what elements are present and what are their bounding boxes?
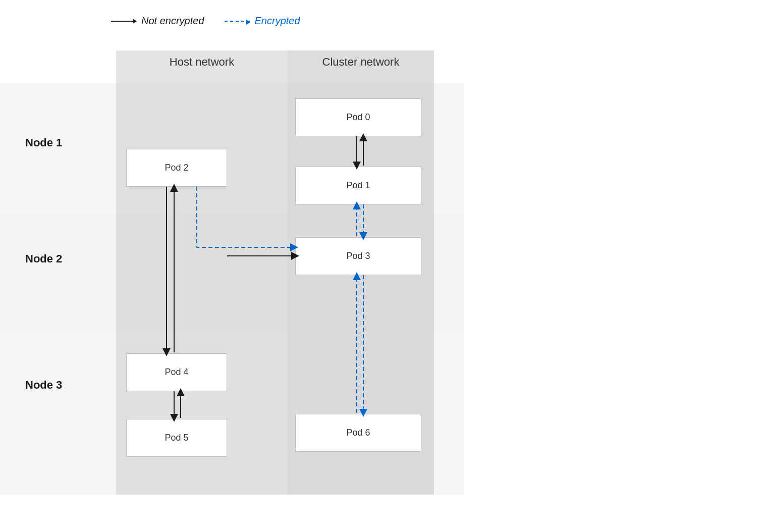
legend-not-encrypted: Not encrypted	[111, 15, 204, 27]
node3-label: Node 3	[25, 379, 62, 392]
not-encrypted-label: Not encrypted	[141, 15, 204, 27]
pod2-label: Pod 2	[165, 163, 188, 173]
node2-label: Node 2	[25, 252, 62, 265]
pod6-box: Pod 6	[295, 414, 421, 452]
pod5-box: Pod 5	[126, 419, 227, 457]
solid-arrow-icon	[111, 21, 136, 22]
legend-encrypted: Encrypted	[225, 15, 300, 27]
pod1-box: Pod 1	[295, 167, 421, 204]
pod1-label: Pod 1	[346, 180, 370, 191]
pod0-box: Pod 0	[295, 98, 421, 136]
dashed-arrow-icon	[225, 21, 250, 22]
node3-row-band	[0, 331, 464, 495]
host-network-header: Host network	[116, 56, 288, 69]
encrypted-label: Encrypted	[255, 15, 300, 27]
diagram-container: Not encrypted Encrypted Host network Clu…	[0, 0, 767, 532]
cluster-network-header: Cluster network	[288, 56, 434, 69]
pod0-label: Pod 0	[346, 112, 370, 123]
pod4-box: Pod 4	[126, 353, 227, 391]
pod6-label: Pod 6	[346, 428, 370, 438]
legend: Not encrypted Encrypted	[111, 15, 300, 27]
pod3-label: Pod 3	[346, 251, 370, 261]
pod4-label: Pod 4	[165, 367, 188, 378]
pod3-box: Pod 3	[295, 237, 421, 275]
pod5-label: Pod 5	[165, 433, 188, 443]
node1-label: Node 1	[25, 136, 62, 149]
pod2-box: Pod 2	[126, 149, 227, 187]
